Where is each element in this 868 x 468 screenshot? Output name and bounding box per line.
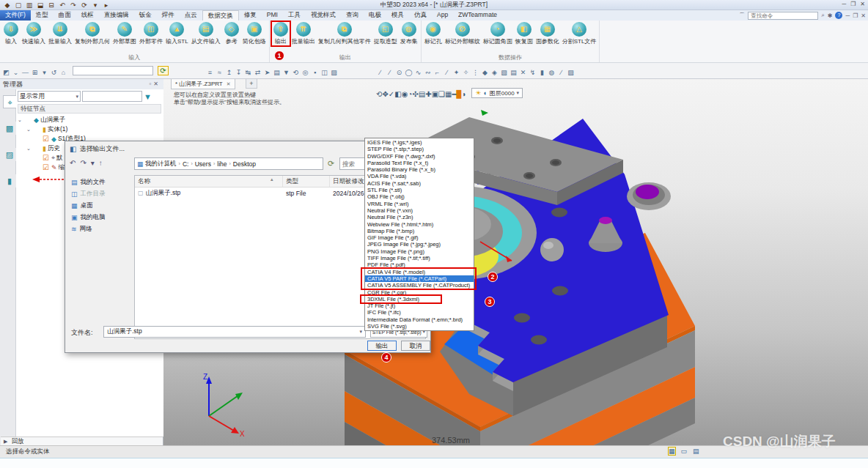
tool-icon[interactable]: ⊙ [394, 69, 404, 76]
replay-bar[interactable]: ▶ 回放 [1, 437, 163, 445]
ribbon-button[interactable]: ⇩ 输入 [1, 21, 21, 46]
viewport-tool-icon[interactable]: ✥ [382, 90, 388, 98]
ribbon-button[interactable]: ⇊ 批量输入 [47, 21, 73, 46]
manager-tab-icon[interactable]: ▮ [3, 174, 16, 187]
filetype-option[interactable]: STEP File (*.stp;*.step) [365, 146, 474, 152]
menu-tab[interactable]: 数据交换 [202, 10, 239, 21]
panel-pin-close-icons[interactable]: ▫✕ [149, 81, 161, 87]
tool-icon[interactable]: ↯ [528, 69, 537, 76]
status-icon[interactable]: ▭ [681, 447, 688, 455]
menu-tab[interactable]: ZWTeammate [453, 10, 502, 21]
tool-icon[interactable]: ⌂ [59, 69, 68, 76]
minimize-icon[interactable]: ─ [842, 1, 846, 7]
viewport-tool-icon[interactable]: ◧ [394, 90, 401, 98]
menu-tab[interactable]: 曲面 [54, 10, 76, 21]
ribbon-button[interactable]: ▦ 面参数化 [534, 21, 561, 46]
manager-tab-icon[interactable]: ⌖ [3, 95, 16, 108]
doc-minimize-icon[interactable]: ─ [845, 12, 850, 19]
filetype-option[interactable]: DWG/DXF File (*.dwg;*.dxf) [365, 153, 474, 160]
filetype-option[interactable]: JPEG Image File (*.jpg;*.jpeg) [365, 241, 474, 248]
ribbon-button[interactable]: △ 分割STL文件 [561, 21, 598, 46]
tool-icon[interactable]: ∕ [442, 69, 452, 76]
menu-tab[interactable]: 焊件 [157, 10, 180, 21]
tool-icon[interactable]: ✕ [518, 69, 528, 76]
sidebar-place[interactable]: ▣ 我的电脑 [71, 212, 131, 223]
menu-tab[interactable]: PMI [262, 10, 283, 21]
refresh-icon[interactable]: ⟳ [328, 159, 334, 168]
tool-icon[interactable]: ⌐ [433, 69, 442, 76]
ribbon-button[interactable]: ▣ 简化包络 [241, 21, 268, 46]
nav-arrow-icon[interactable]: ↷ [80, 159, 86, 167]
expander-icon[interactable]: ⌄ [18, 117, 23, 123]
filetype-option[interactable]: CGR File (*.cgr) [365, 289, 474, 296]
tool-icon[interactable]: ▼ [282, 69, 291, 76]
tool-icon[interactable]: ▪ [310, 69, 320, 76]
viewport-tool-icon[interactable]: ❏ [438, 90, 445, 98]
expander-icon[interactable]: ⌄ [26, 146, 32, 152]
ribbon-button[interactable]: ⧉ 复制几何到其他零件 [317, 21, 372, 46]
menu-tab[interactable]: 工具 [283, 10, 306, 21]
help-icon[interactable]: ? [835, 12, 842, 19]
tool-icon[interactable]: ⟲ [291, 69, 301, 76]
checkbox-icon[interactable]: ☑ [43, 163, 50, 171]
filetype-option[interactable]: Neutral File (*.z3n) [365, 214, 474, 220]
sidebar-place[interactable]: ◫ 工作目录 [71, 188, 131, 200]
tool-icon[interactable]: ↧ [234, 69, 243, 76]
filetype-option[interactable]: 3DXML File (*.3dxml) [365, 296, 474, 302]
tool-icon[interactable]: ◎ [301, 69, 310, 76]
nav-arrow-icon[interactable]: ▾ [91, 159, 95, 167]
breadcrumb-segment[interactable]: Users› [195, 160, 216, 168]
tool-icon[interactable]: ◯ [404, 69, 413, 76]
filetype-option[interactable]: VDA File (*.vda) [365, 173, 474, 179]
menu-tab[interactable]: 直接编辑 [99, 10, 134, 21]
tab-close-icon[interactable]: ✕ [227, 81, 231, 87]
filetype-option[interactable]: Neutral File (*.vxn) [365, 207, 474, 214]
tool-icon[interactable]: ⇄ [253, 69, 262, 76]
tool-icon[interactable]: ▤ [509, 69, 518, 76]
ribbon-button[interactable]: ◍ 发布集 [399, 21, 419, 46]
ribbon-button[interactable]: ≫ 快速输入 [21, 21, 47, 46]
tool-icon[interactable]: ◆ [480, 69, 490, 76]
tool-icon[interactable]: ∕ [385, 69, 394, 76]
command-search-input[interactable] [748, 12, 818, 20]
filetype-option[interactable]: VRML File (*.wrl) [365, 201, 474, 207]
selection-filter-combo[interactable] [73, 66, 153, 75]
tool-icon[interactable]: ∕ [556, 69, 566, 76]
tool-icon[interactable]: ▾ [40, 69, 49, 76]
nav-arrow-icon[interactable]: ↑ [99, 159, 103, 167]
checkbox-icon[interactable]: ☑ [43, 135, 50, 143]
tree-filter-dropdown[interactable]: 显示常用▾ [18, 91, 81, 102]
menu-tab[interactable]: App [432, 10, 453, 21]
ribbon-button[interactable]: ◫ 外部零件 [138, 21, 164, 46]
ribbon-button[interactable]: ▲ 输入STL [164, 21, 190, 46]
tool-icon[interactable]: ◩ [1, 69, 11, 76]
ribbon-button[interactable]: ✎ 外部草图 [111, 21, 138, 46]
tool-icon[interactable]: ✦ [452, 69, 461, 76]
column-header[interactable]: 名称 [135, 176, 283, 187]
breadcrumb-segment[interactable]: Desktop [233, 160, 258, 168]
viewport-tool-icon[interactable]: ✓ [389, 90, 394, 98]
viewport-tool-icon[interactable]: ✣ [412, 90, 418, 98]
gear-icon[interactable]: ✱ [828, 12, 833, 19]
tool-icon[interactable]: — [21, 69, 30, 76]
ribbon-button[interactable]: ▤ 从文件输入 [190, 21, 222, 46]
tool-icon[interactable]: ≡ [205, 69, 215, 76]
tool-icon[interactable]: ↹ [243, 69, 253, 76]
doc-close-icon[interactable]: ✕ [861, 12, 866, 19]
status-icon[interactable]: ▦ [669, 447, 675, 455]
filetype-option[interactable]: IFC File (*.ifc) [365, 309, 474, 316]
viewport-tool-icon[interactable]: ✚ [425, 90, 431, 98]
menu-tab[interactable]: 电极 [364, 10, 386, 21]
tool-icon[interactable]: ⋮ [471, 69, 480, 76]
pin-icon[interactable]: ⌒ [739, 12, 745, 20]
filetype-option[interactable]: PNG Image File (*.png) [365, 248, 474, 255]
expander-icon[interactable]: ⌄ [26, 127, 32, 133]
menu-tab[interactable]: 查询 [341, 10, 364, 21]
ribbon-button[interactable]: ◇ 参考 [222, 21, 241, 46]
tool-icon[interactable]: ◫ [320, 69, 329, 76]
export-button[interactable]: 输出 [367, 341, 397, 351]
tool-icon[interactable]: ▤ [272, 69, 282, 76]
tool-icon[interactable]: ∾ [423, 69, 433, 76]
tool-icon[interactable]: ∕ [375, 69, 385, 76]
filetype-option[interactable]: OBJ File (*.obj) [365, 193, 474, 200]
